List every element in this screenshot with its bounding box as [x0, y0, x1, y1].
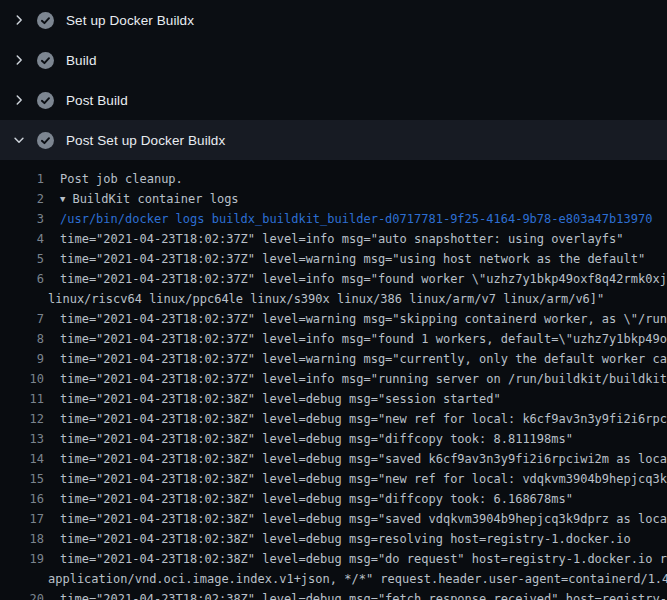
chevron-right-icon [12, 13, 26, 27]
log-line-number[interactable]: 10 [0, 369, 44, 389]
log-line-number[interactable]: 20 [0, 589, 44, 600]
log-line-text: /usr/bin/docker logs buildx_buildkit_bui… [60, 209, 652, 229]
log-line-text: time="2021-04-23T18:02:38Z" level=debug … [60, 449, 667, 469]
log-line-number[interactable]: 14 [0, 449, 44, 469]
log-line-text: time="2021-04-23T18:02:38Z" level=debug … [60, 489, 573, 509]
log-line-number[interactable]: 7 [0, 309, 44, 329]
log-line: 16 time="2021-04-23T18:02:38Z" level=deb… [0, 489, 667, 509]
log-line-text: time="2021-04-23T18:02:38Z" level=debug … [60, 509, 667, 529]
log-line-continuation: linux/riscv64 linux/ppc64le linux/s390x … [0, 289, 667, 309]
log-area: 1 Post job cleanup. 2 ▼BuildKit containe… [0, 160, 667, 600]
actions-log-viewer: Set up Docker Buildx Build Post Build [0, 0, 667, 600]
log-line: 13 time="2021-04-23T18:02:38Z" level=deb… [0, 429, 667, 449]
check-circle-icon [37, 92, 54, 109]
log-line-number[interactable]: 16 [0, 489, 44, 509]
check-circle-icon [37, 52, 54, 69]
log-line-text: Post job cleanup. [60, 169, 183, 189]
log-line-number[interactable]: 1 [0, 169, 44, 189]
step-header-set-up-docker-buildx[interactable]: Set up Docker Buildx [0, 0, 667, 40]
log-line: 15 time="2021-04-23T18:02:38Z" level=deb… [0, 469, 667, 489]
log-line: 20 time="2021-04-23T18:02:38Z" level=deb… [0, 589, 667, 600]
log-line: 10 time="2021-04-23T18:02:37Z" level=inf… [0, 369, 667, 389]
log-line-text: time="2021-04-23T18:02:37Z" level=info m… [60, 269, 667, 289]
log-line: 9 time="2021-04-23T18:02:37Z" level=warn… [0, 349, 667, 369]
log-line-number[interactable]: 8 [0, 329, 44, 349]
log-line-number[interactable]: 6 [0, 269, 44, 289]
log-line-text: linux/riscv64 linux/ppc64le linux/s390x … [48, 289, 604, 309]
log-line-number[interactable]: 5 [0, 249, 44, 269]
step-header-post-set-up-docker-buildx[interactable]: Post Set up Docker Buildx [0, 120, 667, 160]
log-line-text: time="2021-04-23T18:02:37Z" level=info m… [60, 329, 667, 349]
log-line: 11 time="2021-04-23T18:02:38Z" level=deb… [0, 389, 667, 409]
log-line: 19 time="2021-04-23T18:02:38Z" level=deb… [0, 549, 667, 569]
chevron-down-icon [12, 133, 26, 147]
log-line-number[interactable]: 12 [0, 409, 44, 429]
log-line-continuation: application/vnd.oci.image.index.v1+json,… [0, 569, 667, 589]
step-title: Build [66, 53, 97, 68]
log-line-text: time="2021-04-23T18:02:38Z" level=debug … [60, 529, 631, 549]
log-line-number[interactable]: 9 [0, 349, 44, 369]
check-circle-icon [37, 132, 54, 149]
log-line: 5 time="2021-04-23T18:02:37Z" level=warn… [0, 249, 667, 269]
step-header-build[interactable]: Build [0, 40, 667, 80]
log-line-text: time="2021-04-23T18:02:37Z" level=info m… [60, 229, 624, 249]
log-line-number[interactable]: 4 [0, 229, 44, 249]
log-line: 1 Post job cleanup. [0, 169, 667, 189]
log-line: 4 time="2021-04-23T18:02:37Z" level=info… [0, 229, 667, 249]
log-line-text: time="2021-04-23T18:02:38Z" level=debug … [60, 429, 573, 449]
log-line-text: application/vnd.oci.image.index.v1+json,… [48, 569, 667, 589]
log-line: 17 time="2021-04-23T18:02:38Z" level=deb… [0, 509, 667, 529]
step-title: Set up Docker Buildx [66, 13, 194, 28]
step-header-post-build[interactable]: Post Build [0, 80, 667, 120]
log-line: 14 time="2021-04-23T18:02:38Z" level=deb… [0, 449, 667, 469]
log-line-text: time="2021-04-23T18:02:38Z" level=debug … [60, 469, 667, 489]
log-line-number[interactable]: 11 [0, 389, 44, 409]
group-expanded-icon: ▼ [60, 189, 65, 209]
log-line: 2 ▼BuildKit container logs [0, 189, 667, 209]
log-line: 18 time="2021-04-23T18:02:38Z" level=deb… [0, 529, 667, 549]
log-line-number[interactable]: 19 [0, 549, 44, 569]
log-line-number[interactable]: 2 [0, 189, 44, 209]
log-line: 8 time="2021-04-23T18:02:37Z" level=info… [0, 329, 667, 349]
step-title: Post Build [66, 93, 128, 108]
log-line-text: time="2021-04-23T18:02:38Z" level=debug … [60, 589, 667, 600]
log-line: 6 time="2021-04-23T18:02:37Z" level=info… [0, 269, 667, 289]
log-line-text: time="2021-04-23T18:02:38Z" level=debug … [60, 389, 501, 409]
step-list: Set up Docker Buildx Build Post Build [0, 0, 667, 160]
log-line: 12 time="2021-04-23T18:02:38Z" level=deb… [0, 409, 667, 429]
log-line-text: time="2021-04-23T18:02:38Z" level=debug … [60, 409, 667, 429]
log-line-text: time="2021-04-23T18:02:37Z" level=info m… [60, 369, 667, 389]
log-line-text: time="2021-04-23T18:02:37Z" level=warnin… [60, 249, 645, 269]
chevron-right-icon [12, 53, 26, 67]
log-group-toggle[interactable]: ▼BuildKit container logs [60, 189, 239, 209]
log-line-number[interactable]: 17 [0, 509, 44, 529]
chevron-right-icon [12, 93, 26, 107]
step-title: Post Set up Docker Buildx [66, 133, 225, 148]
log-line: 7 time="2021-04-23T18:02:37Z" level=warn… [0, 309, 667, 329]
log-line: 3 /usr/bin/docker logs buildx_buildkit_b… [0, 209, 667, 229]
check-circle-icon [37, 12, 54, 29]
log-line-text: time="2021-04-23T18:02:37Z" level=warnin… [60, 349, 667, 369]
log-line-number[interactable]: 3 [0, 209, 44, 229]
log-line-number[interactable]: 18 [0, 529, 44, 549]
log-line-number[interactable]: 13 [0, 429, 44, 449]
log-line-text: time="2021-04-23T18:02:38Z" level=debug … [60, 549, 667, 569]
log-line-number[interactable]: 15 [0, 469, 44, 489]
log-line-text: time="2021-04-23T18:02:37Z" level=warnin… [60, 309, 667, 329]
